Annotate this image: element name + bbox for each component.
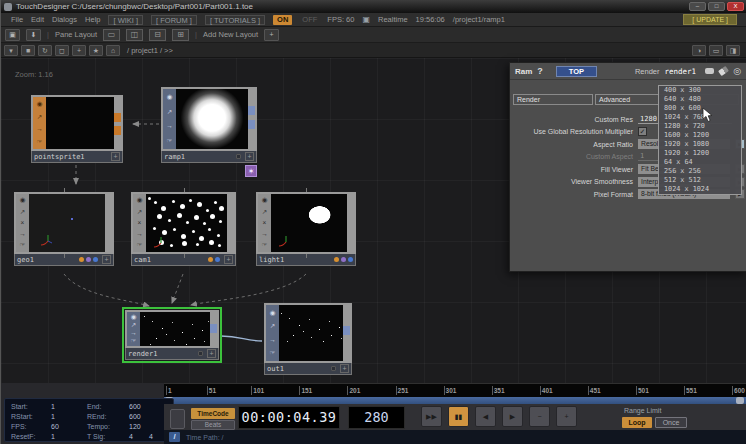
pick-flag-icon[interactable]: ☞ — [20, 242, 26, 249]
resolution-option[interactable]: 640 x 480 — [659, 95, 741, 104]
reset-parameters-icon[interactable] — [718, 66, 729, 76]
play-forward-button[interactable]: ▶▶ — [421, 406, 442, 427]
node-flag-column[interactable]: ◉ ↗ × → ☞ — [258, 194, 271, 252]
layout-split-horizontal-icon[interactable]: ⊟ — [149, 29, 166, 41]
history-dropdown-icon[interactable]: ▾ — [4, 45, 18, 56]
node-flag-column[interactable]: ◉ ↗ × → ☞ — [133, 194, 146, 252]
step-forward-button[interactable]: ▶ — [502, 406, 523, 427]
render-flag-dot[interactable] — [79, 257, 84, 262]
favorite-star-icon[interactable]: ★ — [89, 45, 103, 56]
realtime-checkbox-icon[interactable]: ▣ — [362, 15, 370, 24]
resolution-option[interactable]: 1600 x 1200 — [659, 131, 741, 140]
node-out1[interactable]: ◉ ↗ → ☞ out1 + — [264, 303, 352, 375]
viewer-flag-icon[interactable]: ◉ — [37, 101, 43, 108]
pane-split-icon[interactable]: ◑ — [692, 45, 706, 56]
maximize-button[interactable]: □ — [708, 2, 725, 11]
node-geo1[interactable]: ◉ ↗ × → ☞ geo1 + — [14, 192, 114, 266]
update-button[interactable]: [ UPDATE ] — [683, 14, 737, 25]
timecode-mode-button[interactable]: TimeCode — [191, 408, 235, 419]
end-value[interactable]: 600 — [129, 402, 141, 412]
node-viewer[interactable] — [46, 97, 114, 149]
resetf-value[interactable]: 1 — [51, 432, 55, 442]
node-ramp1[interactable]: ◉ ↗ → ☞ ramp1 + ✶ — [161, 87, 257, 163]
language-toggle[interactable]: Ram — [515, 67, 532, 76]
output-connector[interactable] — [114, 126, 121, 135]
display-flag-dot[interactable] — [86, 257, 91, 262]
tab-render[interactable]: Render — [513, 94, 593, 105]
resolution-option[interactable]: 256 x 256 — [659, 167, 741, 176]
pane-maximize-icon[interactable]: ◨ — [726, 45, 740, 56]
layout-split-vertical-icon[interactable]: ◫ — [126, 29, 143, 41]
viewer-flag-icon[interactable]: ◉ — [137, 197, 143, 204]
node-viewer[interactable] — [146, 194, 227, 252]
pick-flag-dot[interactable] — [93, 257, 98, 262]
clone-flag-icon[interactable]: ↗ — [262, 209, 267, 216]
expand-parameters-button[interactable]: + — [340, 364, 349, 373]
pick-flag-icon[interactable]: ☞ — [270, 350, 276, 357]
delete-flag-icon[interactable]: × — [263, 220, 267, 227]
render-flag-dot[interactable] — [334, 257, 339, 262]
node-flag-column[interactable]: ◉ ↗ → ☞ — [127, 312, 140, 346]
comment-badge-icon[interactable]: ✶ — [245, 165, 257, 177]
flag-slot[interactable] — [331, 366, 336, 371]
pick-flag-dot[interactable] — [215, 257, 220, 262]
node-flag-column[interactable]: ◉ ↗ → ☞ — [33, 97, 46, 149]
flag-slot[interactable] — [198, 351, 203, 356]
layout-single-icon[interactable]: ▭ — [103, 29, 120, 41]
resolution-option[interactable]: 1920 x 1200 — [659, 149, 741, 158]
gear-icon[interactable]: ◎ — [733, 67, 741, 76]
render-flag-icon[interactable]: → — [19, 231, 26, 238]
viewer-flag-icon[interactable]: ◉ — [167, 94, 173, 101]
flag-slot[interactable] — [236, 154, 241, 159]
once-button[interactable]: Once — [655, 417, 687, 428]
node-viewer[interactable] — [29, 194, 105, 252]
render-flag-icon[interactable]: → — [36, 126, 43, 133]
loop-button[interactable]: Loop — [622, 417, 652, 428]
tempo-value[interactable]: 120 — [129, 422, 141, 432]
forum-link[interactable]: [ FORUM ] — [151, 15, 197, 25]
rend-value[interactable]: 600 — [129, 412, 141, 422]
global-multiplier-checkbox[interactable]: ✓ — [638, 127, 647, 136]
render-flag-icon[interactable]: → — [136, 231, 143, 238]
home-icon[interactable]: ⌂ — [106, 45, 120, 56]
node-name-bar[interactable]: render1 + — [125, 348, 219, 360]
beats-mode-button[interactable]: Beats — [191, 420, 235, 430]
node-pointsprite1[interactable]: ◉ ↗ → ☞ pointsprite1 + — [31, 95, 123, 163]
bypass-flag-icon[interactable]: → — [130, 330, 137, 337]
resolution-option[interactable]: 1024 x 1024 — [659, 185, 741, 194]
node-output-strip[interactable] — [347, 194, 354, 252]
resolution-option[interactable]: 1920 x 1080 — [659, 140, 741, 149]
decrement-frame-button[interactable]: − — [529, 406, 550, 427]
close-button[interactable]: X — [727, 2, 744, 11]
output-connector[interactable] — [114, 113, 121, 122]
viewer-flag-icon[interactable]: ◉ — [262, 197, 268, 204]
node-name-bar[interactable]: ramp1 + — [161, 151, 257, 163]
timeline-range-bar[interactable] — [164, 397, 746, 404]
clone-flag-icon[interactable]: ↗ — [270, 323, 275, 330]
viewer-flag-icon[interactable]: ◉ — [20, 197, 26, 204]
node-viewer[interactable] — [271, 194, 347, 252]
clone-flag-icon[interactable]: ↗ — [20, 209, 25, 216]
help-icon[interactable]: ? — [537, 66, 543, 76]
resolution-option[interactable]: 400 x 300 — [659, 86, 741, 95]
off-toggle[interactable]: OFF — [300, 15, 319, 24]
wiki-link[interactable]: [ WIKI ] — [108, 15, 143, 25]
node-viewer[interactable] — [176, 89, 248, 149]
clone-flag-icon[interactable]: ↗ — [37, 114, 42, 121]
node-flag-column[interactable]: ◉ ↗ → ☞ — [266, 305, 279, 361]
node-output-strip[interactable] — [227, 194, 234, 252]
expand-parameters-button[interactable]: + — [245, 152, 254, 161]
node-viewer[interactable] — [140, 312, 210, 346]
output-connector[interactable] — [210, 324, 217, 333]
root-path-button[interactable]: / — [169, 432, 180, 442]
minimize-button[interactable]: – — [689, 2, 706, 11]
pick-flag-icon[interactable]: ☞ — [131, 338, 137, 345]
pick-flag-dot[interactable] — [348, 257, 353, 262]
timeline-ruler[interactable]: 151101151201251301351401451501551600 — [164, 383, 746, 397]
breadcrumb[interactable]: / project1 / >> — [127, 46, 173, 55]
expand-parameters-button[interactable]: + — [102, 255, 111, 264]
clone-flag-icon[interactable]: ↗ — [131, 322, 136, 329]
increment-frame-button[interactable]: + — [556, 406, 577, 427]
add-icon[interactable]: + — [72, 45, 86, 56]
tsig-numerator[interactable]: 4 — [129, 432, 133, 442]
